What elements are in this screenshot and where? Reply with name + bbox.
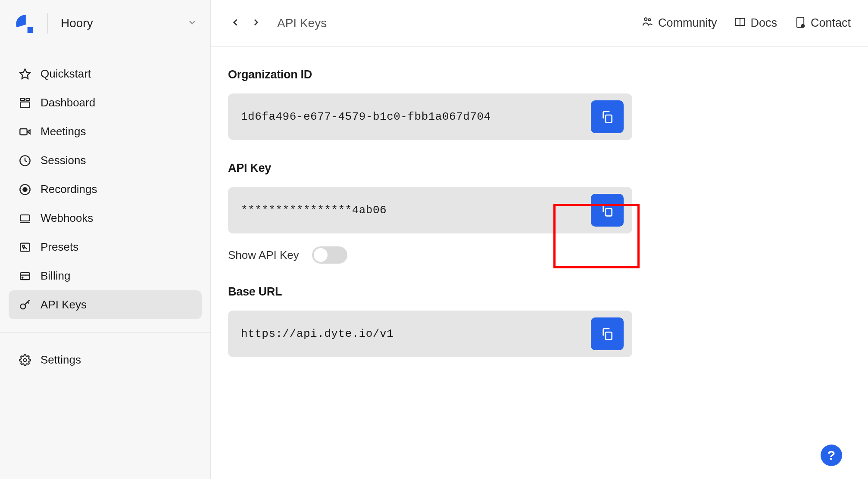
copy-api-key-button[interactable] — [591, 194, 624, 227]
svg-point-17 — [21, 304, 26, 309]
svg-point-16 — [22, 277, 23, 278]
sidebar-item-billing[interactable]: Billing — [9, 261, 202, 290]
sidebar-item-label: API Keys — [41, 298, 87, 311]
chevron-down-icon — [187, 17, 197, 29]
svg-point-9 — [23, 187, 27, 191]
show-api-key-toggle[interactable] — [312, 246, 347, 264]
toggle-thumb — [314, 248, 328, 262]
base-url-section: Base URL https://api.dyte.io/v1 — [228, 285, 851, 357]
main-content: API Keys Community Docs — [211, 0, 868, 479]
svg-point-20 — [648, 19, 650, 21]
base-url-label: Base URL — [228, 285, 851, 299]
sidebar-item-label: Sessions — [41, 154, 86, 167]
contact-link[interactable]: Contact — [794, 16, 851, 30]
presets-icon — [19, 241, 31, 253]
svg-point-18 — [24, 358, 27, 361]
copy-org-id-button[interactable] — [591, 100, 624, 133]
billing-icon — [19, 270, 31, 282]
sidebar-item-api-keys[interactable]: API Keys — [9, 290, 202, 319]
base-url-row: https://api.dyte.io/v1 — [228, 311, 632, 357]
api-key-section: API Key ****************4ab06 Show API K… — [228, 162, 851, 264]
base-url-value: https://api.dyte.io/v1 — [241, 327, 591, 340]
sidebar-item-label: Quickstart — [41, 67, 91, 81]
org-selector[interactable]: Hoory — [61, 16, 197, 30]
api-key-value: ****************4ab06 — [241, 204, 591, 217]
help-button[interactable]: ? — [821, 445, 842, 466]
org-id-row: 1d6fa496-e677-4579-b1c0-fbb1a067d704 — [228, 93, 632, 140]
sidebar-item-label: Meetings — [41, 125, 86, 138]
link-label: Docs — [750, 16, 777, 30]
org-id-value: 1d6fa496-e677-4579-b1c0-fbb1a067d704 — [241, 110, 591, 123]
svg-rect-23 — [606, 115, 612, 122]
book-icon — [734, 16, 746, 30]
svg-rect-4 — [21, 102, 30, 107]
topbar: API Keys Community Docs — [211, 0, 868, 47]
key-icon — [19, 299, 31, 311]
link-label: Contact — [811, 16, 851, 30]
settings-section: Settings — [0, 333, 210, 387]
sidebar-item-label: Recordings — [41, 183, 97, 196]
sidebar-item-label: Settings — [41, 353, 81, 367]
nav-arrows — [228, 15, 263, 31]
svg-marker-1 — [20, 69, 30, 78]
record-icon — [19, 184, 31, 196]
sidebar: Hoory Quickstart Dashboard — [0, 0, 211, 479]
show-api-key-label: Show API Key — [228, 249, 299, 262]
help-icon: ? — [827, 448, 835, 463]
svg-rect-5 — [20, 129, 27, 135]
gear-icon — [19, 354, 31, 366]
sidebar-item-webhooks[interactable]: Webhooks — [9, 204, 202, 233]
video-icon — [19, 126, 31, 138]
divider — [47, 13, 48, 34]
copy-base-url-button[interactable] — [591, 317, 624, 350]
sidebar-item-recordings[interactable]: Recordings — [9, 175, 202, 204]
community-icon — [641, 16, 654, 31]
star-icon — [19, 68, 31, 80]
forward-button[interactable] — [249, 15, 263, 31]
dashboard-icon — [19, 97, 31, 109]
clock-icon — [19, 155, 31, 167]
sidebar-header: Hoory — [0, 0, 210, 47]
link-label: Community — [658, 16, 717, 30]
main-nav: Quickstart Dashboard Meetings Sessions — [0, 47, 210, 333]
api-key-row: ****************4ab06 — [228, 187, 632, 233]
svg-rect-14 — [21, 272, 30, 279]
svg-rect-10 — [21, 215, 30, 221]
sidebar-item-quickstart[interactable]: Quickstart — [9, 59, 202, 88]
show-api-key-row: Show API Key — [228, 246, 851, 264]
svg-rect-25 — [606, 332, 612, 339]
sidebar-item-dashboard[interactable]: Dashboard — [9, 88, 202, 117]
logo — [13, 13, 34, 34]
page-title: API Keys — [277, 16, 327, 30]
laptop-icon — [19, 212, 31, 224]
svg-rect-0 — [28, 27, 33, 33]
sidebar-item-sessions[interactable]: Sessions — [9, 146, 202, 175]
sidebar-item-meetings[interactable]: Meetings — [9, 117, 202, 146]
api-key-label: API Key — [228, 162, 851, 175]
topbar-right: Community Docs Contact — [641, 16, 851, 31]
sidebar-item-label: Billing — [41, 269, 70, 283]
contact-icon — [794, 16, 806, 30]
back-button[interactable] — [228, 15, 243, 31]
sidebar-item-settings[interactable]: Settings — [9, 345, 202, 374]
svg-rect-2 — [21, 98, 25, 100]
sidebar-item-label: Dashboard — [41, 96, 95, 109]
svg-rect-3 — [26, 98, 29, 100]
svg-marker-6 — [28, 130, 30, 134]
org-name: Hoory — [61, 16, 93, 30]
docs-link[interactable]: Docs — [734, 16, 777, 30]
org-id-label: Organization ID — [228, 68, 851, 81]
sidebar-item-label: Webhooks — [41, 212, 93, 225]
svg-point-13 — [22, 245, 25, 247]
svg-point-19 — [644, 18, 647, 20]
org-id-section: Organization ID 1d6fa496-e677-4579-b1c0-… — [228, 68, 851, 140]
svg-point-22 — [801, 24, 804, 27]
content-area: Organization ID 1d6fa496-e677-4579-b1c0-… — [211, 47, 868, 479]
topbar-left: API Keys — [228, 15, 327, 31]
sidebar-item-label: Presets — [41, 240, 78, 254]
svg-rect-24 — [606, 208, 612, 216]
community-link[interactable]: Community — [641, 16, 717, 31]
sidebar-item-presets[interactable]: Presets — [9, 233, 202, 261]
